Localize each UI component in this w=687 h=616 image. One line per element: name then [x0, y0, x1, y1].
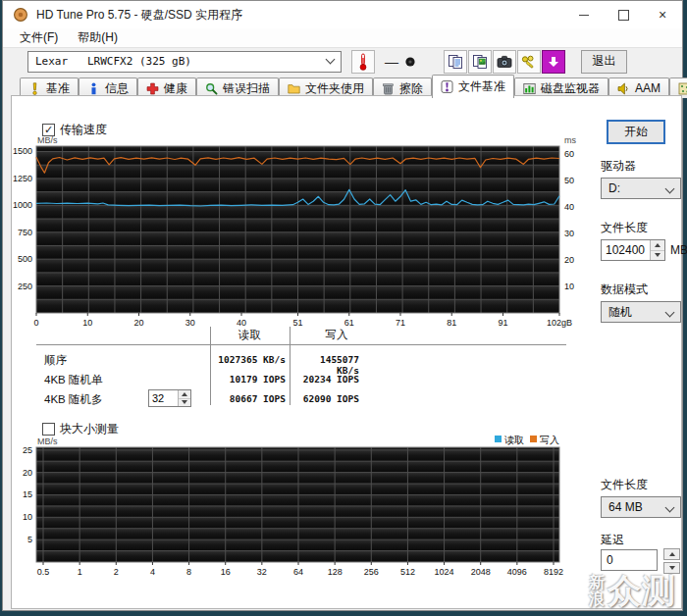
watermark: 新 浪 众测: [589, 569, 676, 614]
delay-spin-up-button[interactable]: [663, 548, 680, 560]
drive-combo-value: D:: [608, 181, 620, 195]
arrow-down-icon: [655, 253, 661, 257]
x-axis-tick-label: 1: [78, 567, 82, 577]
app-window: HD Tune Pro 5.75 - 硬盘/SSD 实用程序 × 文件(F) 帮…: [2, 0, 683, 611]
tab-label: 文件夹使用: [305, 80, 364, 97]
spin-down-button[interactable]: [651, 250, 664, 261]
benchmark-icon: [28, 82, 41, 95]
y2-axis-tick-label: 50: [564, 176, 574, 185]
watermark-char: 新: [589, 575, 605, 591]
result-row: 顺序1027365 KB/s1455077 KB/s: [36, 350, 566, 370]
download-button[interactable]: [542, 50, 565, 74]
file-length-unit: MB: [670, 243, 687, 257]
legend-swatch: [495, 436, 502, 442]
x-axis-tick-label: 4: [150, 567, 155, 577]
tab-label: 信息: [105, 80, 129, 97]
maximize-icon: [618, 10, 629, 21]
toolbar-button-group: [444, 50, 565, 74]
erase-icon: [382, 82, 395, 95]
results-table: 读取 写入 顺序1027365 KB/s1455077 KB/s4KB 随机单1…: [36, 327, 566, 409]
chevron-down-icon: [326, 55, 336, 65]
aam-icon: [617, 82, 630, 95]
result-row: 4KB 随机多3280667 IOPS62090 IOPS: [36, 389, 566, 409]
x-axis-tick-label: 64: [293, 567, 303, 577]
write-value: 20234 IOPS: [294, 374, 359, 385]
menu-help[interactable]: 帮助(H): [69, 27, 127, 48]
x-axis-tick-label: 512: [400, 567, 415, 577]
menu-file[interactable]: 文件(F): [11, 27, 67, 48]
download-icon: [548, 56, 559, 68]
drive-select[interactable]: Lexar LRWCFX2 (325 gB): [27, 51, 342, 73]
copy-text-icon: [448, 54, 463, 70]
minimize-button[interactable]: [564, 1, 604, 28]
file-benchmark-icon: [441, 80, 453, 93]
screenshot-button[interactable]: [493, 50, 516, 74]
x-axis-tick-label: 256: [364, 567, 379, 577]
tab-label: 文件基准: [458, 78, 505, 95]
window-controls: ×: [564, 1, 682, 28]
keys-button[interactable]: [517, 50, 541, 74]
copy-image-button[interactable]: [468, 50, 492, 74]
thermometer-icon: [356, 53, 370, 71]
result-row-label: 顺序: [44, 353, 67, 368]
y2-axis-tick-label: 60: [564, 149, 574, 159]
copy-text-button[interactable]: [444, 50, 467, 74]
tab-label: 基准: [46, 80, 70, 97]
y2-axis-tick-label: 20: [564, 255, 574, 265]
y-axis-tick-label: 20: [23, 468, 32, 478]
chevron-down-icon: [665, 184, 675, 194]
drive-combo[interactable]: D:: [601, 178, 681, 199]
maximize-button[interactable]: [604, 1, 643, 28]
x-axis-tick-label: 2048: [471, 567, 491, 577]
tab-label: 健康: [164, 80, 187, 97]
menu-bar: 文件(F) 帮助(H): [3, 28, 682, 47]
file-length-input[interactable]: 102400: [601, 239, 665, 261]
y-axis-unit-label: MB/s: [37, 436, 58, 446]
minimize-icon: [579, 15, 589, 16]
arrow-up-icon: [669, 552, 675, 556]
data-mode-combo[interactable]: 随机: [601, 301, 681, 323]
x-axis-tick-label: 32: [257, 567, 267, 577]
file-length2-combo[interactable]: 64 MB: [601, 496, 681, 518]
delay-input[interactable]: 0: [601, 549, 658, 571]
read-value: 80667 IOPS: [154, 393, 286, 404]
spin-up-button[interactable]: [651, 240, 664, 250]
file-benchmark-page: ✓ 传输速度 开始 250500750100012501500MB/s10203…: [11, 95, 682, 609]
y-axis-tick-label: 25: [23, 445, 32, 455]
delay-value: 0: [607, 553, 613, 567]
y-axis-tick-label: 250: [18, 282, 32, 291]
data-mode-label: 数据模式: [601, 282, 648, 298]
result-row-label: 4KB 随机单: [44, 373, 102, 387]
result-row-label: 4KB 随机多: [44, 392, 102, 407]
close-icon: ×: [659, 8, 666, 22]
start-button[interactable]: 开始: [607, 120, 665, 144]
y-axis-tick-label: 500: [18, 254, 32, 264]
thermometer-button[interactable]: [351, 50, 375, 74]
tab-file-benchmark[interactable]: 文件基准: [432, 75, 514, 98]
x-axis-tick-label: 4096: [507, 567, 527, 577]
desktop-background: HD Tune Pro 5.75 - 硬盘/SSD 实用程序 × 文件(F) 帮…: [0, 0, 687, 616]
y-axis-unit-label: MB/s: [37, 136, 58, 145]
file-length2-label: 文件长度: [601, 477, 648, 493]
y-axis-tick-label: 1000: [13, 200, 32, 210]
legend-swatch: [530, 436, 537, 442]
drive-label: 驱动器: [601, 158, 636, 175]
y-axis-tick-label: 15: [23, 489, 32, 499]
file-length2-value: 64 MB: [608, 500, 643, 514]
toolbar: Lexar LRWCFX2 (325 gB) — 退出: [3, 47, 682, 75]
title-bar: HD Tune Pro 5.75 - 硬盘/SSD 实用程序 ×: [3, 1, 682, 28]
temperature-value: —: [385, 54, 398, 70]
result-row: 4KB 随机单10179 IOPS20234 IOPS: [36, 370, 566, 389]
y2-axis-tick-label: 10: [564, 282, 574, 291]
transfer-speed-chart: 250500750100012501500MB/s102030405060ms0…: [12, 136, 593, 329]
y2-axis-tick-label: 40: [564, 202, 574, 212]
exit-button[interactable]: 退出: [581, 50, 627, 74]
file-length-value: 102400: [602, 240, 650, 260]
close-button[interactable]: ×: [643, 1, 682, 28]
file-length-label: 文件长度: [601, 220, 648, 236]
tab-label: 擦除: [399, 80, 423, 97]
info-icon: [87, 82, 100, 95]
file-length-spinner: [650, 240, 664, 260]
chevron-down-icon: [665, 503, 675, 513]
keys-icon: [520, 55, 538, 69]
